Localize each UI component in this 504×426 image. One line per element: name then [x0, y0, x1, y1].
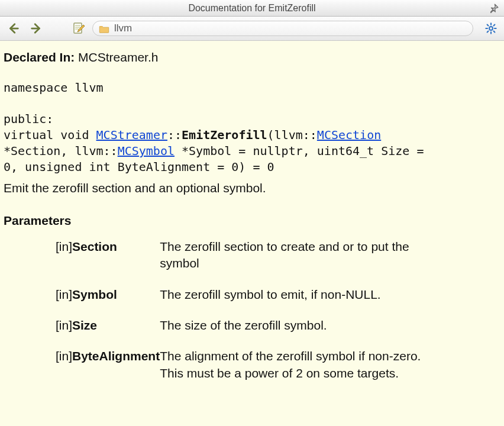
- param-name: Section: [72, 238, 160, 286]
- namespace-line: namespace llvm: [4, 80, 500, 96]
- declared-in-value: MCStreamer.h: [78, 50, 158, 64]
- forward-button[interactable]: [27, 20, 45, 37]
- signature-line-2: *Section, llvm::MCSymbol *Symbol = nullp…: [4, 143, 500, 159]
- back-button[interactable]: [5, 20, 22, 37]
- param-desc: The zerofill section to create and or to…: [160, 238, 438, 286]
- param-name: Size: [72, 317, 160, 348]
- table-row: [in] Size The size of the zerofill symbo…: [56, 317, 438, 348]
- parameters-heading: Parameters: [4, 212, 500, 229]
- parameters-table: [in] Section The zerofill section to cre…: [56, 238, 438, 396]
- table-row: [in] Symbol The zerofill symbol to emit,…: [56, 286, 438, 317]
- declared-in: Declared In: MCStreamer.h: [4, 49, 500, 66]
- class-link[interactable]: MCStreamer: [96, 128, 167, 142]
- type-link-mcsection[interactable]: MCSection: [317, 128, 381, 142]
- edit-button[interactable]: [70, 20, 88, 37]
- window-title: Documentation for EmitZerofill: [188, 3, 315, 14]
- sig-after-open: (llvm::: [267, 128, 317, 142]
- folder-icon: [99, 24, 109, 33]
- param-desc: The zerofill symbol to emit, if non-NULL…: [160, 286, 438, 317]
- param-name: Symbol: [72, 286, 160, 317]
- declared-in-label: Declared In:: [4, 50, 75, 64]
- sig-l2a: *Section, llvm::: [4, 144, 118, 158]
- sig-l2b: *Symbol = nullptr, uint64_t Size =: [175, 144, 424, 158]
- sig-prefix: virtual void: [4, 128, 96, 142]
- titlebar: Documentation for EmitZerofill: [0, 0, 504, 17]
- table-row: [in] Section The zerofill section to cre…: [56, 238, 438, 286]
- signature-line-3: 0, unsigned int ByteAlignment = 0) = 0: [4, 159, 500, 175]
- signature-block: namespace llvm public: virtual void MCSt…: [4, 80, 500, 175]
- param-direction: [in]: [56, 238, 72, 286]
- breadcrumb-pill[interactable]: llvm: [92, 21, 473, 36]
- svg-point-1: [489, 27, 493, 30]
- pin-icon[interactable]: [489, 3, 499, 14]
- breadcrumb-label: llvm: [114, 22, 132, 34]
- param-direction: [in]: [56, 317, 72, 348]
- signature-line-1: virtual void MCStreamer::EmitZerofill(ll…: [4, 127, 500, 143]
- table-row: [in] ByteAlignment The alignment of the …: [56, 348, 438, 396]
- access-line: public:: [4, 111, 500, 127]
- param-direction: [in]: [56, 286, 72, 317]
- method-description: Emit the zerofill section and an optiona…: [4, 180, 500, 196]
- param-direction: [in]: [56, 348, 72, 396]
- param-desc: The alignment of the zerofill symbol if …: [160, 348, 438, 396]
- param-desc: The size of the zerofill symbol.: [160, 317, 438, 348]
- settings-button[interactable]: [483, 20, 499, 37]
- method-name: EmitZerofill: [182, 128, 267, 142]
- type-link-mcsymbol[interactable]: MCSymbol: [118, 144, 175, 158]
- sig-sep: ::: [167, 128, 182, 142]
- param-name: ByteAlignment: [72, 348, 160, 396]
- toolbar: llvm: [0, 17, 504, 41]
- doc-content: Declared In: MCStreamer.h namespace llvm…: [0, 41, 504, 396]
